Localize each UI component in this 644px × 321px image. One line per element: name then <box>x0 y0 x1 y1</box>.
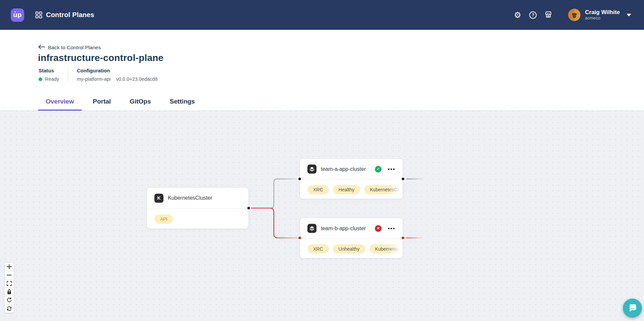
configuration-label: Configuration <box>77 68 157 73</box>
user-name: Craig Wilhite <box>585 9 620 16</box>
tab-portal[interactable]: Portal <box>85 98 119 111</box>
node-team-a-app-cluster[interactable]: team-a-app-cluster ✓ XRC Healthy Kuberne… <box>300 158 403 199</box>
graph-canvas[interactable]: K KubernetesCluster API team-a-app-cl <box>0 111 644 321</box>
help-button[interactable]: ? <box>527 9 539 21</box>
status-dot-icon <box>39 77 42 81</box>
kebab-menu-button[interactable] <box>387 165 395 173</box>
node-title: team-b-app-cluster <box>321 226 366 232</box>
node-team-b-app-cluster[interactable]: team-b-app-cluster ✕ XRC Unhealthy Kuber… <box>300 218 403 258</box>
chat-launcher-button[interactable] <box>623 299 642 318</box>
badge-xrc: XRC <box>307 185 329 194</box>
storefront-icon <box>544 10 553 20</box>
gear-icon: ⚙ <box>514 11 521 19</box>
node-header: team-b-app-cluster ✕ <box>300 218 403 239</box>
user-org: acmeco <box>585 15 620 21</box>
graph-edges <box>0 111 644 321</box>
node-title: team-a-app-cluster <box>321 166 366 172</box>
chevron-down-icon <box>627 14 631 16</box>
layers-icon <box>307 224 316 233</box>
status-label: Status <box>39 68 68 73</box>
meta-divider <box>68 68 68 82</box>
back-arrow-icon <box>38 45 45 51</box>
configuration-version: v0.0.0+23.0edacd8 <box>116 76 158 82</box>
marketplace-button[interactable] <box>543 9 554 21</box>
badge-api: API <box>154 214 173 224</box>
meta-row: Status Ready Configuration my-platform-a… <box>39 68 157 82</box>
tab-overview[interactable]: Overview <box>38 98 82 111</box>
node-badges: XRC Healthy KubernetesCluster <box>300 180 403 199</box>
tab-settings[interactable]: Settings <box>162 98 203 111</box>
handle-team-b-out[interactable] <box>402 237 404 239</box>
user-menu[interactable]: Craig Wilhite acmeco <box>568 9 631 21</box>
nav-title-group: Control Planes <box>35 11 94 19</box>
help-icon: ? <box>529 11 537 19</box>
layers-icon <box>307 165 316 174</box>
back-link-label: Back to Control Planes <box>48 45 101 51</box>
badge-kind: KubernetesCluster <box>369 244 403 254</box>
page-header: Back to Control Planes infrastructure-co… <box>0 30 644 111</box>
node-kubernetes-cluster[interactable]: K KubernetesCluster API <box>147 187 249 229</box>
tab-gitops[interactable]: GitOps <box>122 98 158 111</box>
badge-kind: KubernetesCluster <box>364 185 403 194</box>
edge-k8s-to-team-b <box>249 208 278 238</box>
configuration-name: my-platform-api <box>77 76 111 82</box>
refresh-button[interactable] <box>4 304 14 313</box>
lock-button[interactable] <box>4 287 14 296</box>
status-value: Ready <box>39 76 68 82</box>
node-title: KubernetesCluster <box>168 195 212 201</box>
tab-bar: Overview Portal GitOps Settings <box>38 98 203 111</box>
handle-team-b-in[interactable] <box>298 237 301 239</box>
node-header: K KubernetesCluster <box>147 188 248 208</box>
app-root: up Control Planes ⚙ ? <box>0 0 644 321</box>
page-section-title: Control Planes <box>46 11 94 19</box>
badge-xrc: XRC <box>307 244 329 254</box>
badge-healthy: Healthy <box>333 185 360 194</box>
rotate-button[interactable] <box>4 296 14 305</box>
logo-dot <box>14 11 16 13</box>
badge-unhealthy: Unhealthy <box>333 244 365 254</box>
settings-gear-button[interactable]: ⚙ <box>512 9 523 21</box>
zoom-in-button[interactable] <box>4 262 14 271</box>
page-title: infrastructure-control-plane <box>38 53 163 63</box>
chat-bubble-icon <box>628 303 638 314</box>
handle-team-a-out[interactable] <box>402 178 404 180</box>
configuration-value: my-platform-api v0.0.0+23.0edacd8 <box>77 76 157 82</box>
handle-team-a-in[interactable] <box>298 178 301 180</box>
node-header: team-a-app-cluster ✓ <box>300 159 403 179</box>
node-badges: API <box>147 209 248 229</box>
user-text: Craig Wilhite acmeco <box>585 9 620 21</box>
unhealthy-cross-icon: ✕ <box>375 225 382 232</box>
k-letter-icon: K <box>154 194 163 203</box>
grid-icon <box>35 11 42 18</box>
edge-k8s-to-team-a <box>270 179 299 208</box>
zoom-out-button[interactable] <box>4 271 14 279</box>
avatar <box>568 9 581 21</box>
kebab-menu-button[interactable] <box>387 224 395 233</box>
healthy-check-icon: ✓ <box>375 166 382 173</box>
status-section: Status Ready <box>39 68 68 82</box>
top-navbar: up Control Planes ⚙ ? <box>0 0 644 30</box>
node-badges: XRC Unhealthy KubernetesCluster <box>300 239 403 258</box>
back-to-control-planes-link[interactable]: Back to Control Planes <box>38 45 101 51</box>
upbound-logo[interactable]: up <box>11 8 24 22</box>
canvas-view-controls <box>4 262 14 313</box>
fit-view-button[interactable] <box>4 279 14 288</box>
configuration-section: Configuration my-platform-api v0.0.0+23.… <box>77 68 157 82</box>
handle-k8s-out[interactable] <box>247 207 250 209</box>
